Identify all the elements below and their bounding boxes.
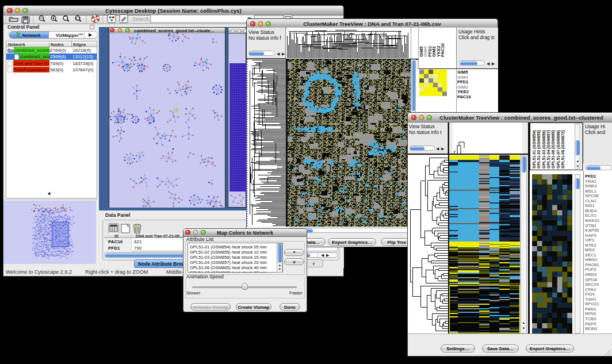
svg-text:GPL51-08 (GSM872): GPL51-08 (GSM872)	[561, 130, 565, 168]
svg-text:1:1: 1:1	[75, 17, 80, 20]
svg-text:GPL51-02 (GSM855): GPL51-02 (GSM855)	[537, 130, 541, 168]
svg-text:Search:: Search:	[132, 16, 150, 22]
svg-text:PAC10: PAC10	[440, 43, 445, 57]
svg-text:GPL51-07 (GSM868): GPL51-07 (GSM868)	[556, 130, 561, 168]
svg-text:GPL51-04 (GSM857): GPL51-04 (GSM857)	[546, 130, 551, 168]
svg-text:GPL51-03 (GSM856): GPL51-03 (GSM856)	[542, 130, 546, 168]
svg-text:GPL51-06 (GSM865): GPL51-06 (GSM865)	[551, 130, 556, 168]
svg-text:GPL51-01 (GSM854): GPL51-01 (GSM854)	[532, 130, 537, 168]
